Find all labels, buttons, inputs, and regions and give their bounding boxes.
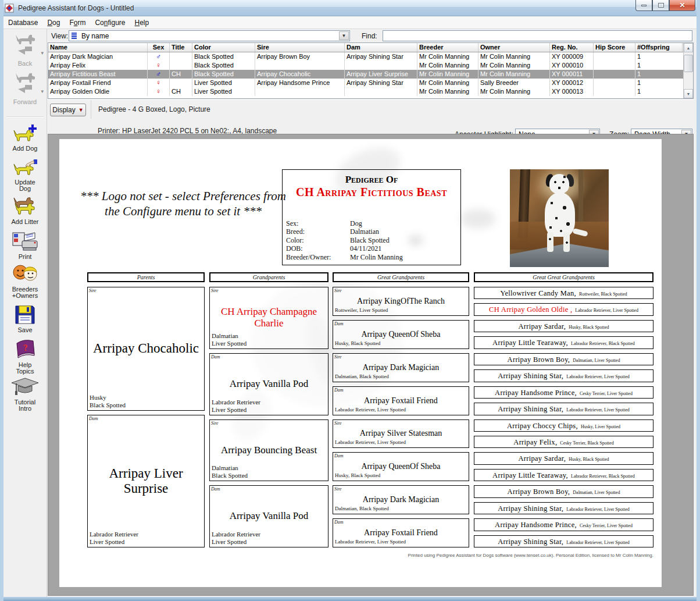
ancestor-box[interactable]: Sire Arripay Dark Magician Dalmatian, Bl… — [333, 485, 469, 514]
menu-item[interactable]: Database — [3, 17, 42, 29]
menu-item[interactable]: Form — [65, 17, 90, 29]
pedigree-page: *** Logo not set - select Preferences fr… — [59, 139, 662, 587]
display-button[interactable]: Display ▼ — [50, 104, 86, 116]
ancestor-name: Arripay KingOfThe Ranch — [357, 297, 445, 306]
window-bottom-edge — [0, 597, 700, 601]
forward-button[interactable]: ▾ Forward — [4, 71, 46, 112]
ancestor-box[interactable]: Sire Arripay KingOfThe Ranch Rottweiler,… — [333, 287, 469, 316]
ancestor-box[interactable]: Arripay Choccy Chips, Husky, Liver Spott… — [474, 419, 653, 432]
ancestor-name: Arripay Foxtail Friend — [364, 528, 438, 538]
forward-dropdown-icon[interactable]: ▾ — [41, 88, 44, 94]
maximize-button[interactable] — [652, 0, 669, 11]
grid-scrollbar[interactable]: ▲ ▼ — [683, 43, 693, 98]
help-topics-icon: ? — [12, 337, 38, 361]
ancestor-box[interactable]: Arripay Sardar, Husky, Black Spotted — [474, 320, 653, 332]
close-button[interactable]: ✕ — [669, 0, 695, 11]
great-grandparents-header: Great Grandparents — [333, 272, 469, 282]
view-combobox[interactable]: By name ▼ — [69, 30, 350, 41]
find-label: Find: — [362, 32, 377, 40]
minimize-button[interactable] — [635, 0, 652, 11]
ancestor-name: Arripay Silver Statesman — [360, 429, 442, 438]
ancestor-box[interactable]: Arripay Little Tearaway, Labrador Retrie… — [474, 336, 653, 348]
tutorial-intro-button[interactable]: Tutorial Intro — [4, 376, 46, 413]
tutorial-intro-icon — [10, 376, 40, 398]
view-dropdown-icon[interactable]: ▼ — [339, 31, 349, 40]
ancestor-box[interactable]: Sire Arripay Bouncing Beast DalmatianBla… — [209, 419, 328, 482]
ancestor-breed-color: Dalmatian, Black Spotted — [335, 505, 389, 513]
grid-column-header[interactable]: Hip Score — [594, 43, 635, 52]
ancestor-box[interactable]: Arripay Shining Star, Labrador Retriever… — [474, 535, 653, 547]
dog-row[interactable]: Arripay Foxtail Friend ♀ Liver Spotted A… — [48, 79, 693, 87]
ancestor-box[interactable]: Arripay Little Tearaway, Labrador Retrie… — [474, 469, 653, 481]
ancestor-box[interactable]: Sire CH Arripay Champagne Charlie Dalmat… — [209, 287, 328, 349]
grid-column-header[interactable]: Breeder — [417, 43, 478, 52]
ancestor-box[interactable]: Dam Arripay Liver Surprise Labrador Retr… — [87, 415, 205, 547]
grid-column-header[interactable]: Name — [48, 43, 148, 52]
ancestor-box[interactable]: Dam Arripay QueenOf Sheba Husky, Black S… — [333, 320, 469, 349]
ancestor-box[interactable]: Dam Arripay QueenOf Sheba Husky, Black S… — [333, 452, 469, 481]
ancestor-box[interactable]: Arripay Brown Boy, Dalmatian, Liver Spot… — [474, 353, 653, 365]
scroll-thumb[interactable] — [684, 55, 693, 72]
ancestor-breed-color: Cesky Terrier, Liver Spotted — [580, 391, 633, 396]
ancestor-breed-color: Husky, Liver Spotted — [581, 424, 620, 429]
add-dog-button[interactable]: Add Dog — [4, 123, 46, 156]
ancestor-box[interactable]: CH Arripay Golden Oldie , Labrador Retri… — [474, 303, 653, 315]
dog-row[interactable]: Arripay Fictitious Beast ♂ CH Black Spot… — [48, 70, 693, 79]
ancestor-box[interactable]: Sire Arripay Dark Magician Dalmatian, Bl… — [333, 353, 469, 382]
add-litter-button[interactable]: Add Litter — [4, 194, 46, 230]
ancestor-breed-color: Husky, Black Spotted — [569, 457, 609, 462]
back-button[interactable]: ▾ Back — [4, 33, 46, 71]
grid-column-header[interactable]: Owner — [478, 43, 550, 52]
ancestor-breed-color: Dalmatian, Black Spotted — [335, 373, 389, 380]
ancestor-breed-color: Cesky Terrier, Black Spotted — [560, 440, 613, 446]
ancestor-box[interactable]: Sire Arripay Chocaholic HuskyBlack Spott… — [87, 287, 205, 411]
ancestor-box[interactable]: Dam Arripay Foxtail Friend Labrador Retr… — [333, 386, 469, 415]
dog-row[interactable]: Arripay Felix ♀ Black Spotted Mr Colin M… — [48, 61, 693, 70]
grid-header: Name Sex Title Color Sire Dam Breeder Ow… — [48, 43, 693, 52]
back-dropdown-icon[interactable]: ▾ — [41, 50, 44, 56]
menu-item[interactable]: Dog — [42, 17, 65, 29]
find-input[interactable] — [383, 30, 692, 41]
ancestor-box[interactable]: Arripay Shining Star, Labrador Retriever… — [474, 369, 653, 382]
grid-column-header[interactable]: Reg. No. — [550, 43, 594, 52]
grid-column-header[interactable]: #Offspring — [635, 43, 683, 52]
breeders-owners-button[interactable]: Breeders +Owners — [4, 263, 46, 304]
ancestor-box[interactable]: Yellowriver Candy Man, Rottweiler, Black… — [474, 287, 653, 299]
ancestor-box[interactable]: Arripay Shining Star, Labrador Retriever… — [474, 502, 653, 514]
menu-item[interactable]: Configure — [90, 17, 130, 29]
ancestor-box[interactable]: Arripay Brown Boy, Dalmatian, Liver Spot… — [474, 485, 653, 497]
ancestor-name: Arripay QueenOf Sheba — [361, 330, 440, 339]
ancestor-box[interactable]: Arripay Sardar, Husky, Black Spotted — [474, 452, 653, 464]
grid-column-header[interactable]: Sire — [255, 43, 345, 52]
ancestor-name: Arripay Little Tearaway, — [492, 339, 568, 347]
sex-icon: ♀ — [156, 79, 161, 87]
scroll-up-icon[interactable]: ▲ — [684, 43, 693, 52]
scroll-down-icon[interactable]: ▼ — [684, 89, 693, 98]
great-grandparents-column: Sire Arripay KingOfThe Ranch Rottweiler,… — [333, 287, 469, 547]
save-button[interactable]: Save — [4, 304, 46, 337]
grid-column-header[interactable]: Title — [170, 43, 192, 52]
grid-column-header[interactable]: Color — [192, 43, 255, 52]
ancestor-name: Arripay Dark Magician — [363, 495, 439, 504]
ancestor-box[interactable]: Sire Arripay Silver Statesman Labrador R… — [333, 419, 469, 449]
help-topics-button[interactable]: ? Help Topics — [4, 337, 46, 376]
ancestor-breed-color: Labrador Retriever, Black Spotted — [571, 341, 635, 346]
grid-column-header[interactable]: Dam — [345, 43, 417, 52]
print-button[interactable]: Print — [4, 230, 46, 263]
ancestor-box[interactable]: Dam Arripay Vanilla Pod Labrador Retriev… — [209, 485, 328, 547]
ancestor-box[interactable]: Dam Arripay Foxtail Friend Labrador Retr… — [333, 518, 469, 547]
update-dog-button[interactable]: Update Dog — [4, 156, 46, 194]
ancestor-box[interactable]: Arripay Handsome Prince, Cesky Terrier, … — [474, 386, 653, 399]
grid-column-header[interactable]: Sex — [148, 43, 170, 52]
ancestor-name: Arripay Sardar, — [518, 454, 566, 463]
dog-row[interactable]: Arripay Golden Oldie ♀ CH Liver Spotted … — [48, 87, 693, 96]
ancestor-box[interactable]: Dam Arripay Vanilla Pod Labrador Retriev… — [209, 353, 328, 415]
dog-row[interactable]: Arripay Dark Magician ♂ Black Spotted Ar… — [48, 52, 693, 61]
ancestor-box[interactable]: Arripay Shining Star, Labrador Retriever… — [474, 403, 653, 415]
toolbar-sidebar: ▾ Back ▾ Forward Add Dog Update D — [3, 29, 47, 597]
menu-item[interactable]: Help — [130, 17, 154, 29]
sex-icon: ♂ — [156, 70, 161, 78]
ancestor-box[interactable]: Arripay Felix, Cesky Terrier, Black Spot… — [474, 436, 653, 448]
grandparents-column: Sire CH Arripay Champagne Charlie Dalmat… — [209, 287, 328, 547]
ancestor-box[interactable]: Arripay Handsome Prince, Cesky Terrier, … — [474, 518, 653, 531]
